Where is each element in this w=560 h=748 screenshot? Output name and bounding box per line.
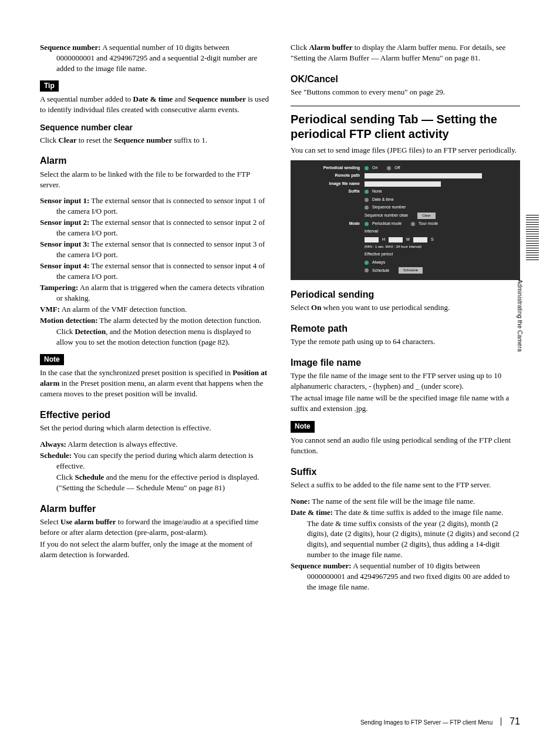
settings-screenshot: Periodical sendingOn Off Remote path Ima… [291,160,520,281]
remote-path-heading: Remote path [291,322,520,335]
suffix-heading: Suffix [291,466,520,479]
periodical-sending-text: Select On when you want to use periodica… [291,302,520,313]
note-text: In the case that the synchronized preset… [40,368,269,399]
alarm-heading: Alarm [40,154,269,167]
suffix-date-time-sub: The date & time suffix consists of the y… [291,518,520,561]
side-tab-label: Administrating the Camera [515,279,524,352]
ok-cancel-text: See "Buttons common to every menu" on pa… [291,87,520,97]
periodical-main-text: You can set to send image files (JPEG fi… [291,145,520,156]
ifn-p2: The actual image file name will be the s… [291,393,520,414]
sensor-input-2: Sensor input 2: The external sensor that… [40,217,269,238]
tip-badge: Tip [40,80,59,92]
suffix-date-time: Date & time: The date & time suffix is a… [291,507,520,518]
motion-detection: Motion detection: The alarm detected by … [40,315,269,326]
seq-clear-heading: Sequence number clear [40,122,269,133]
note-badge-2: Note [291,421,315,433]
page-number: 71 [510,715,520,728]
suffix-seq-number: Sequence number: A sequential number of … [291,561,520,592]
periodical-sending-heading: Periodical sending [291,288,520,301]
ok-cancel-heading: OK/Cancel [291,73,520,86]
alarm-buffer-link: Click Alarm buffer to display the Alarm … [291,42,520,63]
tampering: Tampering: An alarm that is triggered wh… [40,282,269,304]
sensor-input-1: Sensor input 1: The external sensor that… [40,196,269,217]
image-file-name-heading: Image file name [291,356,520,369]
tip-text: A sequential number added to Date & time… [40,94,269,115]
seq-number-item: Sequence number: A sequential number of … [40,42,269,74]
motion-detection-sub: Click Detection, and the Motion detectio… [40,326,269,348]
seq-clear-text: Click Clear to reset the Sequence number… [40,135,269,146]
sensor-input-4: Sensor input 4: The external sensor that… [40,261,269,282]
footer-title: Sending Images to FTP Server — FTP clien… [360,719,492,727]
effective-period-text: Set the period during which alarm detect… [40,423,269,433]
edge-marks [526,215,539,262]
alarm-buffer-p2: If you do not select the alarm buffer, o… [40,539,269,560]
page-footer: Sending Images to FTP Server — FTP clien… [360,715,520,728]
page: Administrating the Camera Sequence numbe… [0,0,560,748]
periodical-sending-tab-heading: Periodical sending Tab — Setting the per… [291,112,520,141]
schedule-item: Schedule: You can specify the period dur… [40,450,269,471]
effective-period-heading: Effective period [40,409,269,422]
alarm-text: Select the alarm to be linked with the f… [40,169,269,190]
note-badge: Note [40,354,64,366]
schedule-sub: Click Schedule and the menu for the effe… [40,472,269,493]
note-text-2: You cannot send an audio file using peri… [291,435,520,456]
suffix-text: Select a suffix to be added to the file … [291,480,520,490]
vmf: VMF: An alarm of the VMF detection funct… [40,304,269,315]
footer-separator [501,717,501,726]
alarm-buffer-heading: Alarm buffer [40,503,269,515]
left-column: Sequence number: A sequential number of … [40,42,272,593]
right-column: Click Alarm buffer to display the Alarm … [288,42,520,593]
section-rule [291,106,520,106]
alarm-buffer-p1: Select Use alarm buffer to forward the i… [40,517,269,538]
remote-path-text: Type the remote path using up to 64 char… [291,336,520,347]
sensor-input-3: Sensor input 3: The external sensor that… [40,239,269,260]
always-item: Always: Alarm detection is always effect… [40,439,269,450]
ifn-p1: Type the file name of the image sent to … [291,370,520,392]
suffix-none: None: The name of the sent file will be … [291,496,520,507]
